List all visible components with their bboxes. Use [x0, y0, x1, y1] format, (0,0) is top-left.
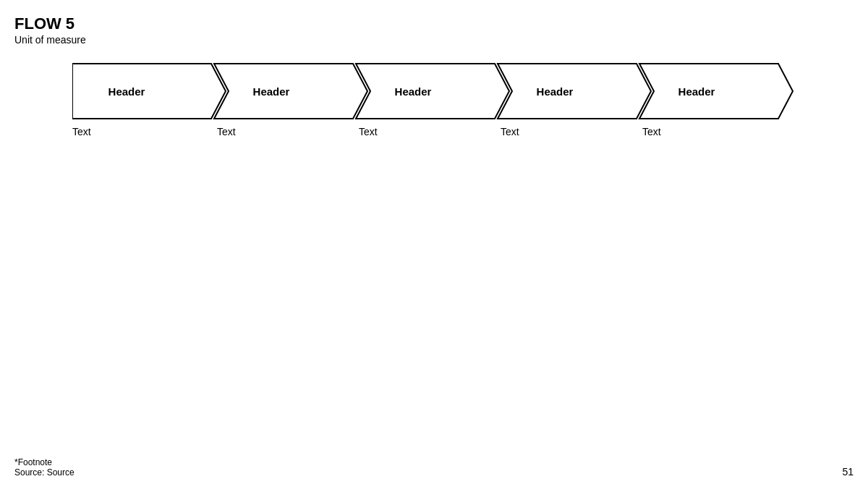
page-number: 51	[842, 466, 854, 478]
subtitle: Unit of measure	[14, 33, 854, 48]
text-cell-3: Text	[359, 126, 501, 137]
footnote-section: *Footnote Source: Source	[14, 457, 75, 478]
chevron-header-1: Header	[109, 85, 145, 98]
page-container: FLOW 5 Unit of measure Header Header Hea…	[0, 0, 868, 492]
flow-diagram: Header Header Header Header Header Text …	[72, 62, 854, 137]
text-cell-1: Text	[72, 126, 217, 137]
main-title: FLOW 5	[14, 14, 854, 33]
source-text: Source: Source	[14, 467, 75, 478]
text-cell-2: Text	[217, 126, 359, 137]
title-section: FLOW 5 Unit of measure	[14, 14, 854, 48]
svg-marker-1	[214, 64, 367, 119]
footnote-text: *Footnote	[14, 457, 75, 467]
svg-marker-0	[72, 64, 226, 119]
chevron-header-4: Header	[537, 85, 574, 98]
chevron-header-3: Header	[395, 85, 432, 98]
chevron-header-2: Header	[253, 85, 290, 98]
svg-marker-3	[498, 64, 651, 119]
footer: *Footnote Source: Source 51	[14, 457, 854, 478]
svg-marker-4	[639, 64, 793, 119]
text-cell-5: Text	[642, 126, 784, 137]
text-row: Text Text Text Text Text	[72, 126, 854, 137]
text-cell-4: Text	[501, 126, 642, 137]
chevron-header-5: Header	[678, 85, 715, 98]
svg-marker-2	[356, 64, 509, 119]
chevrons-svg: Header Header Header Header Header	[72, 62, 796, 120]
